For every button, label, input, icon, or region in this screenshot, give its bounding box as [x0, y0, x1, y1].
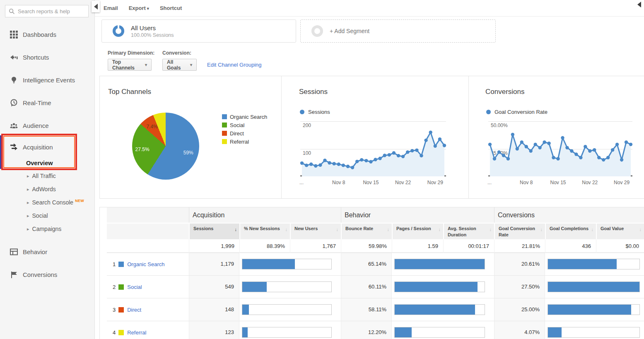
dashboards-grid-icon	[10, 31, 18, 38]
column-header-label: Sessions	[193, 226, 213, 231]
comparison-bar-cell	[239, 321, 341, 339]
sidebar: Dashboards Shortcuts Intelligence Events…	[0, 0, 95, 339]
pie-slice-label: 59%	[183, 150, 193, 156]
column-header-label: Goal Completions	[550, 226, 589, 231]
comparison-bar	[548, 304, 640, 315]
chevron-down-icon: ▾	[145, 63, 147, 67]
comparison-bar-cell	[545, 298, 644, 321]
x-axis-tick-label: Nov 29	[427, 180, 443, 185]
column-header-goal-conversion-rate[interactable]: Goal Conversion Rate↓	[494, 223, 545, 239]
panel-collapse-toggle[interactable]	[637, 2, 644, 11]
x-axis-tick-label: Nov 8	[332, 180, 345, 185]
column-header-label: Goal Conversion Rate	[499, 226, 535, 237]
sidebar-collapse-toggle[interactable]	[92, 1, 100, 12]
panel-title: Conversions	[485, 88, 525, 96]
segment-all-users[interactable]: All Users 100.00% Sessions	[101, 19, 296, 43]
column-header-goal-value[interactable]: Goal Value↓	[596, 223, 644, 239]
header-cell-empty	[107, 223, 189, 239]
channel-cell: 2Social	[107, 276, 189, 298]
legend-swatch-icon	[222, 114, 227, 119]
primary-dimension-label: Primary Dimension:	[108, 50, 154, 56]
table-body: 1Organic Search1,17965.14%20.61%2Social5…	[107, 253, 644, 339]
column-header-avg-session-duration[interactable]: Avg. Session Duration↓	[443, 223, 494, 239]
sidebar-item-intelligence-events[interactable]: Intelligence Events	[0, 69, 94, 91]
channel-link[interactable]: Direct	[127, 307, 141, 313]
totals-cell: 1.59	[392, 239, 443, 253]
sessions-value-cell: 549	[189, 276, 239, 298]
primary-dimension-dropdown[interactable]: Top Channels▾	[108, 59, 152, 71]
channel-link[interactable]: Organic Search	[127, 261, 164, 267]
top-channels-pie-chart[interactable]: 59%27.5%7.4%	[132, 113, 199, 180]
channel-link[interactable]: Social	[127, 284, 142, 290]
sidebar-subitem-adwords[interactable]: ▸AdWords	[0, 183, 94, 196]
sidebar-subitem-social[interactable]: ▸Social	[0, 209, 94, 222]
conversions-line-chart[interactable]: 50.00%25.00%...Nov 8Nov 15Nov 22Nov 29	[488, 121, 632, 176]
sidebar-item-shortcuts[interactable]: Shortcuts	[0, 46, 94, 69]
sidebar-item-label: Real-Time	[23, 99, 51, 106]
column-header--new-sessions[interactable]: % New Sessions↓	[239, 223, 290, 239]
sidebar-item-real-time[interactable]: Real-Time	[0, 91, 94, 114]
sidebar-subitem-label: Search Console	[32, 199, 74, 206]
column-header-pages-session[interactable]: Pages / Session↓	[392, 223, 443, 239]
legend-item: Direct	[222, 129, 267, 137]
sessions-legend: Sessions	[300, 108, 330, 115]
channel-color-swatch-icon	[118, 307, 124, 313]
sidebar-item-audience[interactable]: Audience	[0, 114, 94, 137]
comparison-bar	[394, 304, 485, 315]
table-row: 3Direct14858.11%25.00%	[107, 298, 644, 321]
search-input[interactable]	[18, 8, 91, 14]
channel-link[interactable]: Referral	[127, 329, 146, 336]
sidebar-item-label: Intelligence Events	[23, 77, 75, 84]
sidebar-item-conversions[interactable]: Conversions	[0, 263, 94, 286]
column-header-label: % New Sessions	[244, 226, 280, 231]
column-header-goal-completions[interactable]: Goal Completions↓	[545, 223, 596, 239]
totals-cell	[107, 239, 189, 253]
conversion-dropdown[interactable]: All Goals▾	[162, 59, 197, 71]
sidebar-subitem-all-traffic[interactable]: ▸All Traffic	[0, 169, 94, 183]
channels-table-card: Acquisition Behavior Conversions Session…	[99, 207, 644, 339]
chevron-down-icon: ▾	[190, 63, 192, 67]
row-rank: 4	[113, 329, 116, 336]
sort-arrow-icon: ↓	[591, 226, 594, 233]
legend-label: Direct	[230, 130, 244, 137]
edit-channel-grouping-link[interactable]: Edit Channel Grouping	[207, 62, 262, 68]
totals-cell: $0.00	[596, 239, 644, 253]
comparison-bar-fill	[548, 282, 639, 292]
export-button[interactable]: Export▾	[129, 5, 149, 11]
segment-donut-icon	[311, 25, 323, 37]
report-toolbar: Email Export▾ Shortcut	[95, 0, 644, 17]
x-axis-tick-label: Nov 22	[395, 180, 411, 185]
behavior-layout-icon	[10, 248, 18, 256]
legend-item: Social	[222, 121, 267, 129]
email-button[interactable]: Email	[104, 5, 118, 11]
totals-cell: 21.81%	[494, 239, 545, 253]
column-header-sessions[interactable]: Sessions↓	[189, 223, 239, 239]
comparison-bar	[242, 281, 332, 292]
sidebar-search[interactable]	[5, 5, 89, 17]
comparison-bar	[242, 327, 332, 338]
sidebar-item-acquisition[interactable]: Acquisition	[0, 137, 94, 157]
add-segment-button[interactable]: + Add Segment	[300, 19, 496, 43]
legend-swatch-icon	[222, 139, 227, 144]
row-rank: 1	[113, 261, 116, 267]
pie-legend: Organic SearchSocialDirectReferral	[222, 113, 267, 146]
shortcut-button[interactable]: Shortcut	[160, 5, 182, 11]
sidebar-subitem-campaigns[interactable]: ▸Campaigns	[0, 222, 94, 236]
sessions-line-chart[interactable]: 200100...Nov 8Nov 15Nov 22Nov 29	[300, 121, 446, 176]
comparison-bar-cell	[392, 276, 494, 298]
column-header-bounce-rate[interactable]: Bounce Rate↓	[341, 223, 392, 239]
sidebar-item-acquisition-overview[interactable]: Overview	[0, 157, 94, 169]
chevron-right-icon: ▸	[27, 173, 29, 179]
comparison-bar	[394, 259, 485, 269]
column-header-new-users[interactable]: New Users↓	[290, 223, 341, 239]
row-rank: 2	[113, 284, 116, 290]
x-axis-tick-label: Nov 8	[520, 180, 533, 185]
sidebar-item-dashboards[interactable]: Dashboards	[0, 23, 94, 46]
sidebar-subitem-search-console[interactable]: ▸Search ConsoleNEW	[0, 196, 94, 209]
sidebar-item-label: Shortcuts	[23, 54, 49, 61]
collapse-left-icon	[94, 4, 98, 10]
sidebar-item-behavior[interactable]: Behavior	[0, 240, 94, 263]
legend-label: Goal Conversion Rate	[494, 109, 548, 115]
comparison-bar-cell	[545, 321, 644, 339]
comparison-bar-fill	[395, 282, 478, 292]
